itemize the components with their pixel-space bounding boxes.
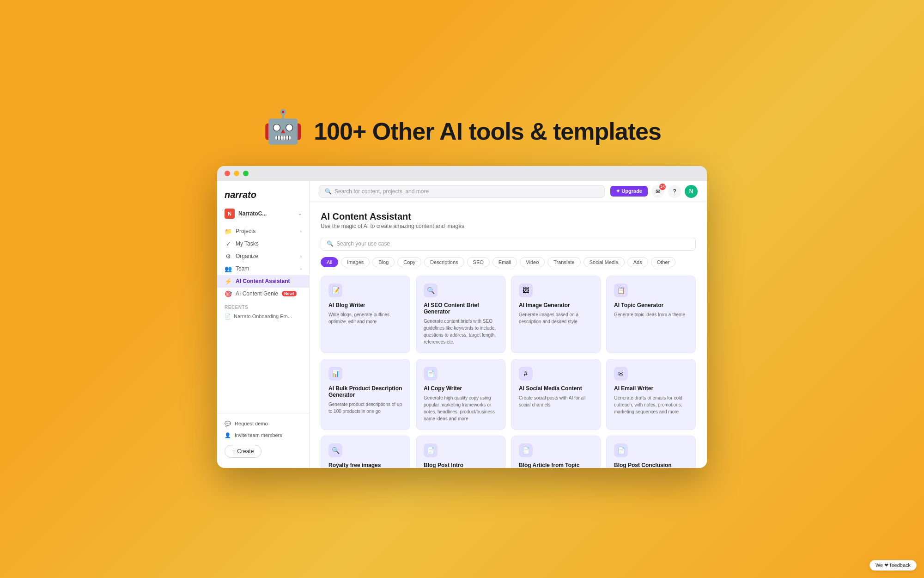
filter-tab-email[interactable]: Email [492, 257, 517, 267]
sidebar-item-team-label: Team [236, 265, 249, 272]
app-window: narrato N NarratoC... ⌄ 📁 Projects › ✓ M… [217, 166, 707, 468]
card-ai-bulk-desc: Generate product descriptions of up to 1… [328, 401, 402, 415]
sidebar-item-my-tasks[interactable]: ✓ My Tasks [217, 238, 309, 250]
card-ai-blog-writer[interactable]: 📝 AI Blog Writer Write blogs, generate o… [321, 276, 410, 353]
chrome-maximize-dot[interactable] [243, 171, 249, 176]
filter-tab-social-media[interactable]: Social Media [584, 257, 625, 267]
card-ai-bulk-title: AI Bulk Product Description Generator [328, 385, 402, 398]
robot-icon: 🤖 [263, 111, 304, 152]
card-ai-email-desc: Generate drafts of emails for cold outre… [614, 394, 688, 415]
sidebar-item-my-tasks-label: My Tasks [236, 240, 259, 247]
card-blog-post-intro[interactable]: 📄 Blog Post Intro Generates a blog intro… [416, 436, 505, 468]
card-ai-topic-title: AI Topic Generator [614, 302, 688, 308]
sidebar-item-team[interactable]: 👥 Team › [217, 263, 309, 275]
help-icon: ? [673, 188, 676, 195]
card-ai-topic-desc: Generate topic ideas from a theme [614, 311, 688, 318]
projects-icon: 📁 [225, 228, 232, 235]
filter-tab-seo[interactable]: SEO [467, 257, 490, 267]
card-ai-copy-writer[interactable]: 📄 AI Copy Writer Generate high quality c… [416, 359, 505, 430]
help-button[interactable]: ? [668, 185, 681, 198]
card-ai-image-icon: 🖼 [519, 283, 533, 297]
filter-tab-blog[interactable]: Blog [372, 257, 395, 267]
projects-expand-icon: › [300, 229, 302, 234]
request-demo-link[interactable]: 💬 Request demo [217, 418, 309, 430]
filter-tab-other[interactable]: Other [651, 257, 676, 267]
page-title: AI Content Assistant [321, 211, 696, 222]
chrome-close-dot[interactable] [225, 171, 230, 176]
ai-content-assistant-icon: ⚡ [225, 278, 232, 285]
card-ai-topic-generator[interactable]: 📋 AI Topic Generator Generate topic idea… [606, 276, 696, 353]
workspace-selector[interactable]: N NarratoC... ⌄ [217, 206, 309, 221]
card-ai-blog-writer-icon: 📝 [328, 283, 342, 297]
card-ai-image-desc: Generate images based on a description a… [519, 311, 593, 325]
ai-content-genie-icon: 🎯 [225, 290, 232, 297]
card-ai-copy-icon: 📄 [424, 367, 438, 381]
hero-header: 🤖 100+ Other AI tools & templates [263, 111, 661, 152]
sidebar-item-ai-content-assistant-label: AI Content Assistant [236, 278, 290, 284]
invite-team-link[interactable]: 👤 Invite team members [217, 430, 309, 441]
card-ai-bulk-icon: 📊 [328, 367, 342, 381]
sidebar: narrato N NarratoC... ⌄ 📁 Projects › ✓ M… [217, 181, 310, 468]
card-blog-intro-title: Blog Post Intro [424, 462, 498, 468]
sidebar-recent-onboarding[interactable]: 📄 Narrato Onboarding Em... [217, 312, 309, 321]
use-case-search-bar[interactable]: 🔍 Search your use case [321, 237, 696, 251]
filter-tab-copy[interactable]: Copy [397, 257, 421, 267]
filter-tab-video[interactable]: Video [520, 257, 545, 267]
sidebar-item-projects-label: Projects [236, 228, 255, 234]
card-ai-social-media[interactable]: # AI Social Media Content Create social … [511, 359, 601, 430]
card-ai-blog-writer-desc: Write blogs, generate outlines, optimize… [328, 311, 402, 325]
recent-item-label: Narrato Onboarding Em... [234, 314, 292, 319]
sidebar-item-ai-content-genie[interactable]: 🎯 AI Content Genie New! [217, 288, 309, 300]
sidebar-item-ai-content-genie-label: AI Content Genie [236, 290, 278, 297]
filter-tab-images[interactable]: Images [341, 257, 370, 267]
feedback-button[interactable]: We ❤ feedback [869, 560, 917, 571]
sidebar-item-ai-content-assistant[interactable]: ⚡ AI Content Assistant [217, 275, 309, 288]
card-blog-conclusion-icon: 📄 [614, 443, 628, 457]
team-expand-icon: › [300, 266, 302, 271]
workspace-name: NarratoC... [238, 210, 294, 217]
card-ai-topic-icon: 📋 [614, 283, 628, 297]
sidebar-item-organize-label: Organize [236, 253, 258, 259]
card-ai-blog-writer-title: AI Blog Writer [328, 302, 402, 308]
search-icon: 🔍 [325, 188, 332, 195]
email-button[interactable]: ✉ 24 [651, 185, 664, 198]
card-blog-post-conclusion[interactable]: 📄 Blog Post Conclusion Generates a concl… [606, 436, 696, 468]
card-blog-article-from-topic[interactable]: 📄 Blog Article from Topic Creates a blog… [511, 436, 601, 468]
card-royalty-free-images[interactable]: 🔍 Royalty free images Find royalty free … [321, 436, 410, 468]
workspace-chevron-icon: ⌄ [298, 211, 302, 216]
card-ai-seo-icon: 🔍 [424, 283, 438, 297]
global-search-bar[interactable]: 🔍 Search for content, projects, and more [319, 185, 605, 198]
top-bar-actions: ✦ Upgrade ✉ 24 ? N [610, 185, 698, 198]
filter-tab-ads[interactable]: Ads [627, 257, 648, 267]
user-avatar[interactable]: N [685, 185, 698, 198]
filter-tab-descriptions[interactable]: Descriptions [424, 257, 464, 267]
card-ai-social-icon: # [519, 367, 533, 381]
card-ai-email-icon: ✉ [614, 367, 628, 381]
use-case-search-icon: 🔍 [327, 240, 334, 247]
card-ai-copy-title: AI Copy Writer [424, 385, 498, 392]
card-ai-email-writer[interactable]: ✉ AI Email Writer Generate drafts of ema… [606, 359, 696, 430]
create-button[interactable]: + Create [225, 445, 261, 458]
search-placeholder-text: Search for content, projects, and more [334, 188, 429, 195]
chrome-minimize-dot[interactable] [234, 171, 239, 176]
filter-tab-translate[interactable]: Translate [547, 257, 580, 267]
card-royalty-title: Royalty free images [328, 462, 402, 468]
card-ai-seo-desc: Generate content briefs with SEO guideli… [424, 318, 498, 345]
card-ai-social-title: AI Social Media Content [519, 385, 593, 392]
recents-label: Recents [217, 300, 309, 312]
card-blog-article-icon: 📄 [519, 443, 533, 457]
team-icon: 👥 [225, 265, 232, 272]
card-ai-seo-content-brief[interactable]: 🔍 AI SEO Content Brief Generator Generat… [416, 276, 505, 353]
upgrade-button[interactable]: ✦ Upgrade [610, 186, 648, 197]
hero-title: 100+ Other AI tools & templates [314, 117, 661, 145]
card-ai-image-title: AI Image Generator [519, 302, 593, 308]
invite-team-icon: 👤 [225, 432, 231, 438]
organize-expand-icon: › [300, 254, 302, 259]
card-ai-bulk-product[interactable]: 📊 AI Bulk Product Description Generator … [321, 359, 410, 430]
sidebar-item-organize[interactable]: ⚙ Organize › [217, 250, 309, 263]
filter-tab-all[interactable]: All [321, 257, 338, 267]
use-case-search-placeholder: Search your use case [336, 240, 390, 247]
card-ai-image-generator[interactable]: 🖼 AI Image Generator Generate images bas… [511, 276, 601, 353]
email-icon: ✉ [656, 188, 660, 195]
sidebar-item-projects[interactable]: 📁 Projects › [217, 225, 309, 238]
